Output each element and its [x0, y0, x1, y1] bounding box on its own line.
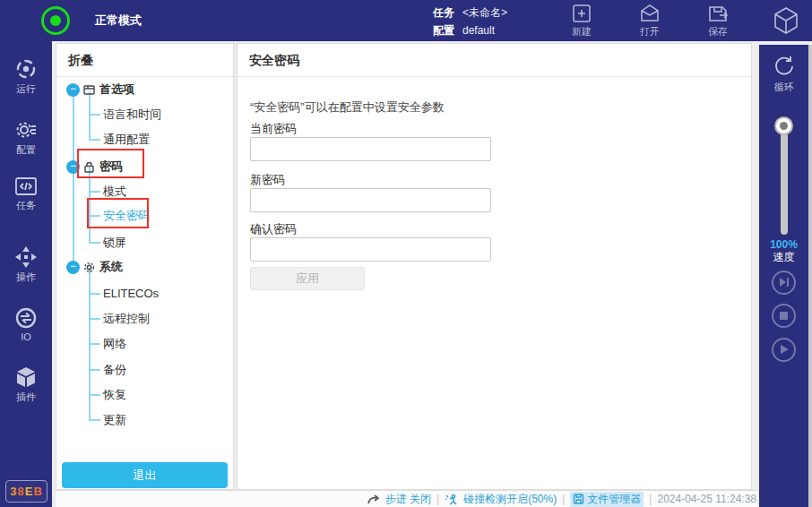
tree-stub-line	[90, 343, 100, 345]
loop-icon	[759, 54, 808, 79]
settings-tree-panel: 折叠 − 首选项 语言和时间 通用配置 − 密码 模式 安全密码 锁屏	[56, 43, 234, 490]
tree-item-elitecos[interactable]: ELITECOs	[103, 287, 159, 301]
speed-label: 速度	[759, 251, 808, 263]
description-text: “安全密码”可以在配置中设置安全参数	[250, 99, 445, 116]
tree-stub-line	[90, 419, 100, 421]
current-password-label: 当前密码	[250, 121, 297, 137]
tree-stub-line	[90, 114, 100, 116]
cube-icon	[0, 365, 52, 389]
tree-node-label: 密码	[99, 159, 123, 175]
speed-readout: 100% 速度	[759, 238, 808, 263]
sidebar-item-run[interactable]: 运行	[0, 57, 52, 96]
tree-stub-line	[90, 394, 100, 396]
play-button[interactable]	[772, 338, 796, 362]
sidebar-item-label: 任务	[16, 200, 36, 211]
tree-item-language-time[interactable]: 语言和时间	[103, 107, 161, 122]
mode-label: 正常模式	[95, 0, 142, 41]
file-manager-button[interactable]: 文件管理器	[570, 492, 644, 507]
loop-control[interactable]: 循环	[759, 54, 808, 94]
tree-item-mode[interactable]: 模式	[103, 185, 126, 199]
file-manager-label: 文件管理器	[587, 492, 641, 507]
loop-label: 循环	[774, 82, 794, 92]
status-separator: |	[562, 493, 565, 505]
tree-item-restore[interactable]: 恢复	[103, 388, 126, 402]
current-password-field[interactable]	[250, 137, 491, 161]
sidebar-item-io[interactable]: IO	[0, 306, 52, 342]
move-arrows-icon	[0, 245, 52, 269]
save-icon	[697, 4, 739, 23]
gear-icon	[83, 262, 95, 273]
tree-item-update[interactable]: 更新	[103, 413, 126, 427]
left-nav-rail: 运行 配置 任务 操作	[0, 41, 52, 507]
new-file-icon	[561, 4, 602, 23]
speed-slider-track[interactable]	[781, 124, 788, 235]
tree-node-label: 首选项	[99, 82, 134, 98]
tree-item-safety-password[interactable]: 安全密码	[103, 209, 150, 223]
collision-detection-icon	[445, 494, 458, 505]
status-separator: |	[649, 493, 652, 505]
step-next-button[interactable]	[772, 271, 796, 295]
exit-button[interactable]: 退出	[62, 462, 228, 488]
run-target-icon	[0, 57, 52, 81]
sidebar-item-jog[interactable]: 操作	[0, 245, 52, 284]
elite-logo-icon	[771, 5, 801, 36]
new-password-label: 新密码	[250, 172, 285, 188]
tree-item-lock-screen[interactable]: 锁屏	[103, 236, 126, 250]
skip-next-icon	[779, 275, 790, 291]
stop-icon	[779, 308, 789, 324]
collision-detection-status[interactable]: 碰撞检测开启(50%)	[463, 492, 557, 507]
new-password-field[interactable]	[250, 188, 491, 212]
apply-button[interactable]: 应用	[250, 267, 365, 290]
tree-node-password[interactable]: − 密码	[66, 159, 123, 175]
tree-item-general-config[interactable]: 通用配置	[103, 133, 150, 147]
open-task-button[interactable]: 打开	[629, 4, 670, 39]
sidebar-item-label: 操作	[16, 271, 36, 282]
tree-node-preferences[interactable]: − 首选项	[66, 82, 134, 98]
config-value: default	[462, 24, 495, 37]
config-label: 配置	[433, 24, 454, 37]
tree-branch-line	[89, 168, 91, 244]
tree-stub-line	[90, 139, 100, 141]
tree-panel-title[interactable]: 折叠	[56, 44, 233, 77]
save-task-button[interactable]: 保存	[697, 4, 739, 39]
tree-trunk-line	[73, 90, 74, 267]
tree-stub-line	[90, 369, 100, 371]
page-title: 安全密码	[238, 44, 751, 77]
tree-stub-line	[90, 242, 100, 244]
collapse-minus-icon[interactable]: −	[66, 160, 80, 174]
sidebar-item-label: 运行	[16, 83, 36, 94]
tree-node-system[interactable]: − 系统	[66, 259, 123, 275]
tree-stub-line	[90, 318, 100, 320]
robot-status-indicator-icon	[41, 6, 70, 35]
tree-item-network[interactable]: 网络	[103, 337, 126, 351]
speed-percent: 100%	[759, 238, 808, 251]
preferences-list-icon	[83, 84, 95, 96]
top-bar: 正常模式 任务<未命名> 配置default 新建 打开 保存	[0, 0, 812, 41]
sidebar-item-task[interactable]: 任务	[0, 176, 52, 212]
new-task-button[interactable]: 新建	[561, 4, 602, 39]
status-timestamp: 2024-04-25 11:24:38	[657, 493, 756, 505]
task-info: 任务<未命名> 配置default	[433, 4, 507, 39]
code-icon	[0, 176, 52, 197]
confirm-password-field[interactable]	[250, 237, 491, 262]
open-folder-icon	[629, 4, 670, 23]
tree-stub-line	[90, 191, 100, 193]
collapse-minus-icon[interactable]: −	[66, 83, 80, 97]
task-value: <未命名>	[462, 6, 507, 19]
status-bar: 步进 关闭 | 碰撞检测开启(50%) | 文件管理器 | 2024-04-25…	[56, 490, 757, 507]
sidebar-item-label: 插件	[16, 391, 36, 402]
confirm-password-label: 确认密码	[250, 221, 297, 237]
collapse-minus-icon[interactable]: −	[66, 261, 80, 274]
tree-stub-line	[90, 293, 100, 295]
step-mode-status[interactable]: 步进 关闭	[385, 492, 431, 507]
save-task-label: 保存	[697, 25, 739, 39]
sidebar-item-plugin[interactable]: 插件	[0, 365, 52, 404]
right-control-rail: 循环 100% 速度	[759, 45, 808, 507]
tree-item-remote-control[interactable]: 远程控制	[103, 312, 150, 326]
stop-button[interactable]	[772, 304, 796, 328]
tree-item-backup[interactable]: 备份	[103, 363, 126, 377]
gear-list-icon	[0, 118, 52, 142]
sidebar-item-config[interactable]: 配置	[0, 118, 52, 157]
speed-slider-handle[interactable]	[774, 116, 793, 135]
status-separator: |	[436, 493, 439, 505]
